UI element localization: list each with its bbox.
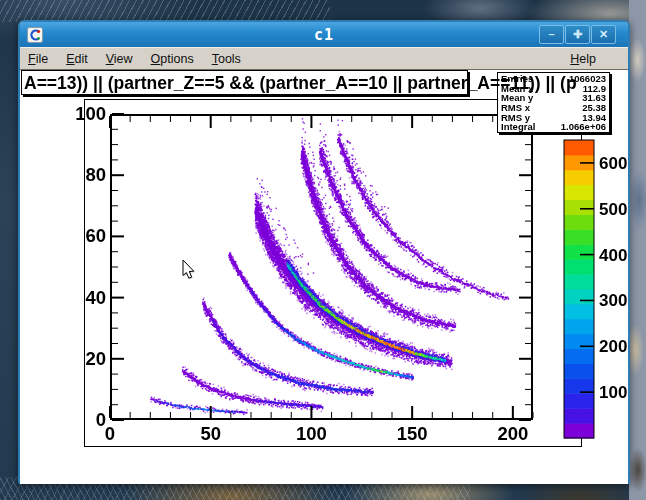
menubar: FileEditViewOptionsTools Help bbox=[20, 47, 628, 70]
menu-item-options[interactable]: Options bbox=[145, 50, 200, 68]
menu-item-file[interactable]: File bbox=[22, 50, 54, 68]
close-button[interactable]: ✕ bbox=[591, 25, 616, 44]
stat-row-integral: Integral1.066e+06 bbox=[498, 122, 609, 132]
titlebar-buttons: –✚✕ bbox=[539, 25, 616, 44]
menu-item-edit[interactable]: Edit bbox=[60, 50, 94, 68]
maximize-button[interactable]: ✚ bbox=[565, 25, 590, 44]
menu-item-help[interactable]: Help bbox=[564, 50, 602, 68]
menu-item-view[interactable]: View bbox=[100, 50, 139, 68]
desktop: { "window": { "title": "c1", "titlebar_b… bbox=[0, 0, 646, 500]
window-titlebar[interactable]: c1 –✚✕ bbox=[20, 22, 628, 47]
minimize-button[interactable]: – bbox=[539, 25, 564, 44]
menu-item-tools[interactable]: Tools bbox=[206, 50, 247, 68]
desktop-texture-right bbox=[629, 0, 646, 500]
desktop-texture-topleft bbox=[0, 0, 330, 22]
window-title: c1 bbox=[20, 26, 628, 44]
histogram-title: A==13)) || (partner_Z==5 && (partner_A==… bbox=[24, 73, 577, 94]
menu-left-group: FileEditViewOptionsTools bbox=[20, 50, 247, 68]
canvas-window: c1 –✚✕ FileEditViewOptionsTools Help 050… bbox=[18, 20, 630, 484]
root-canvas-area[interactable]: 0501001502000204060801001002003004005006… bbox=[20, 70, 628, 484]
